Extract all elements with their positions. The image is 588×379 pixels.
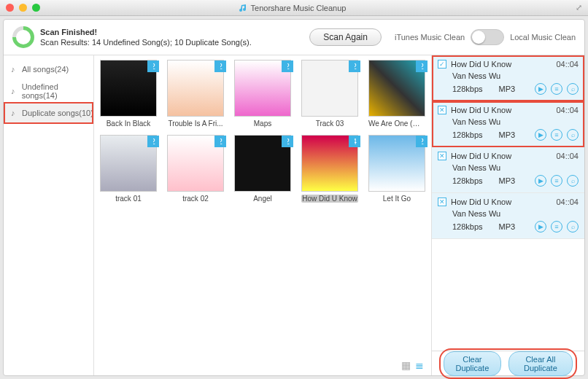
album-art: 2	[234, 60, 291, 117]
album-card[interactable]: 4 How Did U Know	[301, 135, 358, 203]
music-note-icon	[11, 65, 18, 74]
list-icon[interactable]: ≡	[551, 83, 562, 95]
album-grid-area: 2 Back In Black 2 Trouble Is A Fri... 2 …	[94, 55, 431, 375]
duplicate-item[interactable]: ✕ How Did U Know 04::04 Van Ness Wu 128k…	[432, 193, 584, 239]
clear-duplicate-button[interactable]: Clear Duplicate	[444, 351, 501, 376]
list-icon[interactable]: ≡	[551, 221, 562, 233]
album-card[interactable]: 2 Trouble Is A Fri...	[167, 60, 224, 128]
sidebar-item-label: All songs(24)	[22, 65, 69, 74]
duplicate-item[interactable]: ✕ How Did U Know 04::04 Van Ness Wu 128k…	[432, 147, 584, 193]
album-card[interactable]: 2 Angel	[234, 135, 291, 203]
duplicate-count-badge: 2	[214, 60, 226, 72]
scan-status-text: Scan Finished! Scan Results: 14 Undefine…	[40, 27, 252, 47]
clear-all-duplicate-button[interactable]: Clear All Duplicate	[508, 351, 573, 376]
scan-again-button[interactable]: Scan Again	[309, 28, 382, 46]
dup-format: MP3	[499, 176, 516, 185]
app-logo-icon	[239, 4, 247, 12]
play-icon[interactable]: ▶	[535, 129, 546, 141]
zoom-icon[interactable]	[32, 4, 40, 12]
album-title: track 01	[100, 195, 157, 203]
search-icon[interactable]: ⌕	[567, 83, 579, 95]
play-icon[interactable]: ▶	[535, 175, 546, 187]
duplicate-item[interactable]: ✓ How Did U Know 04::04 Van Ness Wu 128k…	[432, 55, 584, 101]
album-title: Back In Black	[100, 120, 157, 128]
album-art: 4	[301, 135, 358, 192]
album-card[interactable]: 2 We Are One (Ol...	[368, 60, 425, 128]
list-icon[interactable]: ≡	[551, 129, 562, 141]
sidebar-item-label: Undefined songs(14)	[22, 82, 93, 100]
sidebar: All songs(24) Undefined songs(14) Duplic…	[4, 55, 94, 375]
checkbox-x-icon[interactable]: ✕	[438, 198, 446, 206]
app-title: Tenorshare Music Cleanup	[251, 4, 347, 12]
play-icon[interactable]: ▶	[535, 83, 546, 95]
dup-title: How Did U Know	[451, 60, 552, 69]
minimize-icon[interactable]	[19, 4, 27, 12]
search-icon[interactable]: ⌕	[567, 129, 579, 141]
mode-label-local: Local Music Clean	[510, 33, 576, 42]
dup-title: How Did U Know	[451, 198, 552, 206]
album-card[interactable]: 2 Let It Go	[368, 135, 425, 203]
album-title: Angel	[234, 195, 291, 203]
duplicate-item[interactable]: ✕ How Did U Know 04::04 Van Ness Wu 128k…	[432, 101, 584, 147]
checkbox-x-icon[interactable]: ✕	[438, 152, 446, 160]
dup-duration: 04::04	[556, 60, 579, 69]
checkbox-checked-icon[interactable]: ✓	[438, 60, 446, 69]
search-icon[interactable]: ⌕	[567, 221, 579, 233]
sidebar-item-all[interactable]: All songs(24)	[4, 58, 93, 80]
album-art: 2	[167, 60, 224, 117]
dup-format: MP3	[499, 222, 516, 231]
scan-status-icon	[12, 26, 34, 48]
close-icon[interactable]	[6, 4, 14, 12]
duplicate-count-badge: 2	[416, 136, 428, 147]
list-icon[interactable]: ≡	[551, 175, 562, 187]
dup-duration: 04::04	[556, 106, 579, 114]
dup-artist: Van Ness Wu	[452, 71, 500, 80]
bottom-bar: Clear Duplicate Clear All Duplicate	[432, 351, 584, 375]
album-card[interactable]: 2 Back In Black	[100, 60, 157, 128]
bottom-highlight: Clear Duplicate Clear All Duplicate	[439, 348, 577, 379]
mode-switch-area: iTunes Music Clean Local Music Clean	[395, 29, 576, 45]
dup-artist: Van Ness Wu	[452, 163, 500, 172]
dup-format: MP3	[499, 85, 516, 93]
duplicate-count-badge: 2	[214, 136, 226, 147]
checkbox-x-icon[interactable]: ✕	[438, 106, 446, 114]
dup-bitrate: 128kbps	[452, 85, 483, 93]
mode-label-itunes: iTunes Music Clean	[395, 33, 465, 42]
view-mode-switch[interactable]: ▦ ≣	[401, 359, 424, 371]
album-title: We Are One (Ol...	[368, 120, 425, 128]
play-icon[interactable]: ▶	[535, 221, 546, 233]
sidebar-item-duplicate[interactable]: Duplicate songs(10)	[4, 102, 93, 124]
album-title: Maps	[234, 120, 291, 128]
album-card[interactable]: 2 track 02	[167, 135, 224, 203]
sidebar-item-undefined[interactable]: Undefined songs(14)	[4, 80, 93, 102]
mode-toggle[interactable]	[471, 29, 504, 45]
window-controls	[0, 4, 40, 12]
app-frame: Scan Finished! Scan Results: 14 Undefine…	[3, 19, 585, 376]
status-heading: Scan Finished!	[40, 27, 252, 37]
dup-bitrate: 128kbps	[452, 176, 483, 185]
album-title: How Did U Know	[301, 195, 358, 203]
dup-bitrate: 128kbps	[452, 222, 483, 231]
duplicate-count-badge: 2	[349, 60, 360, 72]
duplicate-count-badge: 2	[147, 60, 159, 72]
dup-title: How Did U Know	[451, 152, 552, 160]
album-card[interactable]: 2 Maps	[234, 60, 291, 128]
duplicate-count-badge: 4	[349, 136, 360, 147]
music-note-icon	[11, 87, 18, 95]
dup-bitrate: 128kbps	[452, 130, 483, 139]
album-art: 2	[100, 135, 157, 192]
album-card[interactable]: 2 track 01	[100, 135, 157, 203]
duplicate-count-badge: 2	[282, 136, 293, 147]
dup-title: How Did U Know	[451, 106, 552, 114]
album-art: 2	[368, 60, 425, 117]
album-card[interactable]: 2 Track 03	[301, 60, 358, 128]
duplicate-count-badge: 2	[416, 60, 428, 72]
duplicate-count-badge: 2	[282, 60, 293, 72]
status-detail: Scan Results: 14 Undefined Song(s); 10 D…	[40, 37, 252, 47]
list-view-icon[interactable]: ≣	[415, 359, 424, 371]
search-icon[interactable]: ⌕	[567, 175, 579, 187]
dup-duration: 04::04	[556, 152, 579, 160]
titlebar-right: ⤢	[544, 3, 588, 12]
album-art: 2	[234, 135, 291, 192]
grid-view-icon[interactable]: ▦	[401, 359, 411, 371]
